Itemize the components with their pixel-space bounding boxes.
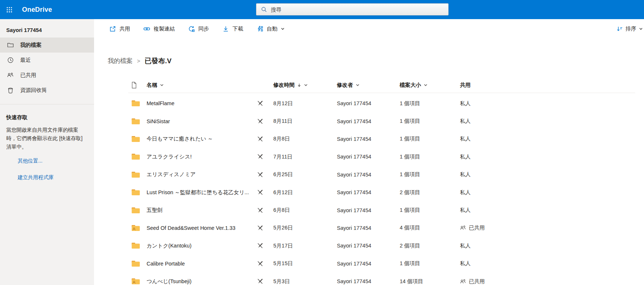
app-launcher-waffle-icon[interactable] [0, 0, 18, 19]
modified-by: Sayori 177454 [333, 189, 396, 195]
sidebar-item-shared[interactable]: 已共用 [0, 68, 94, 83]
table-row[interactable]: MetalFlame 8月12日 Sayori 177454 1 個項目 [128, 95, 635, 112]
sharing-status: 私人 [460, 153, 471, 160]
file-name[interactable]: SiNiSistar [144, 118, 253, 124]
column-doc-type[interactable] [131, 82, 144, 89]
main-content: 共用 複製連結 同步 [94, 19, 644, 285]
modified-date: 8月11日 [269, 118, 333, 125]
breadcrumb-current-folder: 已發布.V [145, 56, 172, 65]
share-button[interactable]: 共用 [109, 25, 130, 32]
sidebar-item-label: 最近 [20, 57, 31, 64]
modified-by: Sayori 177454 [333, 100, 396, 106]
modified-by: Sayori 177454 [333, 243, 396, 249]
file-size: 1 個項目 [396, 207, 456, 214]
table-row[interactable]: 今日もママに癒されたい ～ 8月8日 Sayori 177454 1 個項目 [128, 130, 635, 148]
sidebar-item-recent[interactable]: 最近 [0, 53, 94, 68]
automate-icon [256, 25, 263, 32]
breadcrumb-root[interactable]: 我的檔案 [108, 57, 133, 65]
copy-link-button[interactable]: 複製連結 [143, 25, 175, 32]
folder-icon [131, 260, 144, 267]
sidebar-item-label: 資源回收筒 [20, 87, 47, 94]
automate-button[interactable]: 自動 [256, 25, 285, 32]
folder-icon [131, 278, 144, 285]
column-header-name[interactable]: 名稱 [144, 82, 253, 89]
sharing-cell: 私人 [456, 189, 635, 196]
sharing-cell: 私人 [456, 260, 635, 267]
folder-icon [131, 224, 144, 232]
sidebar-item-label: 已共用 [20, 72, 36, 79]
file-name[interactable]: エリスディスノミア [144, 171, 253, 178]
table-row[interactable]: つんべじ(Tsunbeji) 5月3日 Sayori 177454 14 個項目 [128, 272, 635, 285]
sharing-status: 私人 [460, 207, 471, 214]
table-row[interactable]: エリスディスノミア 6月25日 Sayori 177454 1 個項目 [128, 166, 635, 184]
table-row[interactable]: Seed Of Dead&Sweet Home Ver.1.33 5月26日 S… [128, 219, 635, 237]
chevron-down-icon [304, 83, 308, 87]
modified-by: Sayori 177454 [333, 154, 396, 160]
file-size: 14 個項目 [396, 278, 456, 285]
edit-off-icon [253, 172, 269, 178]
file-name[interactable]: アユラクライシス! [144, 153, 253, 160]
sidebar-item-recycle-bin[interactable]: 資源回收筒 [0, 83, 94, 98]
document-icon [131, 82, 137, 89]
search-input[interactable] [271, 7, 444, 13]
modified-date: 5月3日 [269, 278, 333, 285]
sharing-status: 已共用 [469, 278, 485, 285]
file-name[interactable]: Calibre Portable [144, 261, 253, 267]
folder-icon [131, 207, 144, 214]
sync-button[interactable]: 同步 [188, 25, 209, 32]
modified-date: 8月12日 [269, 100, 333, 107]
quick-access-description: 當您開啟來自共用文件庫的檔案時，它們將會顯示在此 [快速存取] 清單中。 [6, 126, 87, 151]
sort-button[interactable]: 排序 [616, 19, 643, 38]
column-header-modified-by[interactable]: 修改者 [333, 82, 396, 89]
edit-off-icon [253, 136, 269, 142]
table-row[interactable]: Calibre Portable 5月15日 Sayori 177454 1 個… [128, 255, 635, 272]
table-row[interactable]: カントク(Kantoku) 5月17日 Sayori 177454 2 個項目 [128, 237, 635, 254]
table-row[interactable]: SiNiSistar 8月11日 Sayori 177454 1 個項目 [128, 112, 635, 130]
modified-by: Sayori 177454 [333, 118, 396, 124]
file-name[interactable]: カントク(Kantoku) [144, 242, 253, 249]
sync-icon [188, 25, 195, 32]
edit-off-icon [253, 278, 269, 284]
file-list: MetalFlame 8月12日 Sayori 177454 1 個項目 [128, 93, 635, 285]
search-box[interactable] [256, 3, 449, 15]
sharing-status: 私人 [460, 135, 471, 142]
column-header-modified[interactable]: 修改時間 [269, 82, 333, 89]
table-row[interactable]: アユラクライシス! 7月11日 Sayori 177454 1 個項目 [128, 148, 635, 165]
folder-icon [131, 135, 144, 143]
column-header-sharing[interactable]: 共用 [456, 82, 635, 89]
sort-label: 排序 [626, 25, 636, 32]
share-label: 共用 [119, 25, 130, 32]
sharing-cell: 已共用 [456, 278, 635, 285]
download-label: 下載 [233, 25, 243, 32]
file-size: 1 個項目 [396, 153, 456, 160]
file-size: 1 個項目 [396, 100, 456, 107]
breadcrumb-separator: > [137, 58, 140, 64]
file-name[interactable]: Lust Prison ～監獄都市に堕ちる花乙女リ... [144, 189, 253, 196]
edit-off-icon [253, 100, 269, 106]
breadcrumb: 我的檔案 > 已發布.V [108, 56, 644, 65]
file-size: 4 個項目 [396, 224, 456, 231]
chevron-down-icon [424, 83, 428, 87]
onedrive-brand[interactable]: OneDrive [22, 6, 52, 14]
file-list-header: 名稱 修改時間 修改者 檔案大小 共用 [128, 78, 635, 93]
file-name[interactable]: 五聖劍 [144, 207, 253, 214]
download-button[interactable]: 下載 [222, 25, 243, 32]
column-header-file-size[interactable]: 檔案大小 [396, 82, 456, 89]
sharing-status: 已共用 [469, 224, 485, 231]
folder-icon [131, 153, 144, 160]
file-name[interactable]: Seed Of Dead&Sweet Home Ver.1.33 [144, 225, 253, 231]
file-name[interactable]: 今日もママに癒されたい ～ [144, 135, 253, 142]
table-row[interactable]: 五聖劍 6月8日 Sayori 177454 1 個項目 [128, 201, 635, 219]
create-shared-library-link[interactable]: 建立共用程式庫 [18, 174, 94, 181]
more-places-link[interactable]: 其他位置... [18, 158, 94, 164]
file-size: 1 個項目 [396, 260, 456, 267]
command-bar: 共用 複製連結 同步 [94, 19, 644, 38]
file-name[interactable]: つんべじ(Tsunbeji) [144, 278, 253, 285]
folder-icon [131, 242, 144, 249]
modified-by: Sayori 177454 [333, 136, 396, 142]
folder-icon [131, 118, 144, 125]
modified-date: 8月8日 [269, 135, 333, 142]
file-name[interactable]: MetalFlame [144, 100, 253, 106]
table-row[interactable]: Lust Prison ～監獄都市に堕ちる花乙女リ... 6月12日 Sayor… [128, 184, 635, 201]
sidebar-item-my-files[interactable]: 我的檔案 [0, 38, 94, 53]
